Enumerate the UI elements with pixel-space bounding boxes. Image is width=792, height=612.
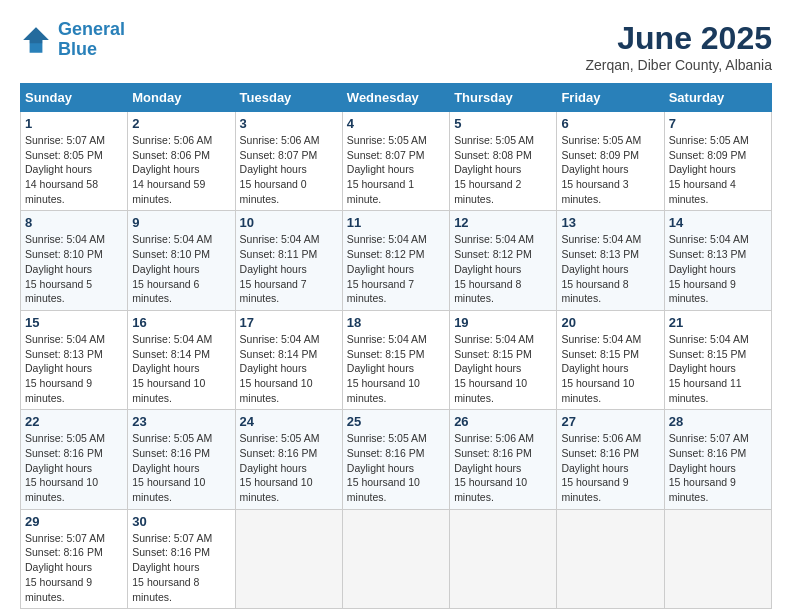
day-number: 26 <box>454 414 552 429</box>
title-area: June 2025 Zerqan, Diber County, Albania <box>585 20 772 73</box>
day-detail: Sunrise: 5:06 AMSunset: 8:16 PMDaylight … <box>454 431 552 504</box>
logo: General Blue <box>20 20 125 60</box>
calendar-cell: 20Sunrise: 5:04 AMSunset: 8:15 PMDayligh… <box>557 310 664 409</box>
day-number: 13 <box>561 215 659 230</box>
day-detail: Sunrise: 5:07 AMSunset: 8:16 PMDaylight … <box>25 531 123 604</box>
calendar-cell: 12Sunrise: 5:04 AMSunset: 8:12 PMDayligh… <box>450 211 557 310</box>
day-number: 11 <box>347 215 445 230</box>
header-day: Wednesday <box>342 84 449 112</box>
calendar-cell: 18Sunrise: 5:04 AMSunset: 8:15 PMDayligh… <box>342 310 449 409</box>
calendar-cell: 1Sunrise: 5:07 AMSunset: 8:05 PMDaylight… <box>21 112 128 211</box>
day-number: 14 <box>669 215 767 230</box>
calendar-cell: 8Sunrise: 5:04 AMSunset: 8:10 PMDaylight… <box>21 211 128 310</box>
day-number: 10 <box>240 215 338 230</box>
page-title: June 2025 <box>585 20 772 57</box>
calendar-cell: 22Sunrise: 5:05 AMSunset: 8:16 PMDayligh… <box>21 410 128 509</box>
calendar-cell <box>557 509 664 608</box>
day-number: 2 <box>132 116 230 131</box>
page-header: General Blue June 2025 Zerqan, Diber Cou… <box>20 20 772 73</box>
day-number: 29 <box>25 514 123 529</box>
calendar-cell: 30Sunrise: 5:07 AMSunset: 8:16 PMDayligh… <box>128 509 235 608</box>
day-number: 15 <box>25 315 123 330</box>
day-number: 8 <box>25 215 123 230</box>
day-number: 28 <box>669 414 767 429</box>
day-number: 27 <box>561 414 659 429</box>
calendar-cell <box>664 509 771 608</box>
day-detail: Sunrise: 5:05 AMSunset: 8:16 PMDaylight … <box>132 431 230 504</box>
calendar-cell: 16Sunrise: 5:04 AMSunset: 8:14 PMDayligh… <box>128 310 235 409</box>
logo-icon <box>20 24 52 56</box>
day-number: 24 <box>240 414 338 429</box>
calendar-cell: 27Sunrise: 5:06 AMSunset: 8:16 PMDayligh… <box>557 410 664 509</box>
day-detail: Sunrise: 5:07 AMSunset: 8:16 PMDaylight … <box>669 431 767 504</box>
calendar-cell: 15Sunrise: 5:04 AMSunset: 8:13 PMDayligh… <box>21 310 128 409</box>
calendar-cell: 28Sunrise: 5:07 AMSunset: 8:16 PMDayligh… <box>664 410 771 509</box>
calendar-week-row: 15Sunrise: 5:04 AMSunset: 8:13 PMDayligh… <box>21 310 772 409</box>
day-number: 25 <box>347 414 445 429</box>
calendar-cell <box>235 509 342 608</box>
day-number: 19 <box>454 315 552 330</box>
logo-text: General Blue <box>58 20 125 60</box>
day-detail: Sunrise: 5:04 AMSunset: 8:15 PMDaylight … <box>454 332 552 405</box>
calendar-cell: 3Sunrise: 5:06 AMSunset: 8:07 PMDaylight… <box>235 112 342 211</box>
header-day: Thursday <box>450 84 557 112</box>
day-number: 7 <box>669 116 767 131</box>
day-detail: Sunrise: 5:05 AMSunset: 8:16 PMDaylight … <box>347 431 445 504</box>
day-number: 3 <box>240 116 338 131</box>
calendar-header: SundayMondayTuesdayWednesdayThursdayFrid… <box>21 84 772 112</box>
day-detail: Sunrise: 5:05 AMSunset: 8:16 PMDaylight … <box>240 431 338 504</box>
calendar-cell: 25Sunrise: 5:05 AMSunset: 8:16 PMDayligh… <box>342 410 449 509</box>
calendar-cell: 4Sunrise: 5:05 AMSunset: 8:07 PMDaylight… <box>342 112 449 211</box>
day-detail: Sunrise: 5:04 AMSunset: 8:13 PMDaylight … <box>561 232 659 305</box>
calendar-week-row: 8Sunrise: 5:04 AMSunset: 8:10 PMDaylight… <box>21 211 772 310</box>
header-day: Monday <box>128 84 235 112</box>
day-detail: Sunrise: 5:04 AMSunset: 8:12 PMDaylight … <box>347 232 445 305</box>
calendar-cell: 24Sunrise: 5:05 AMSunset: 8:16 PMDayligh… <box>235 410 342 509</box>
day-detail: Sunrise: 5:06 AMSunset: 8:07 PMDaylight … <box>240 133 338 206</box>
day-number: 30 <box>132 514 230 529</box>
calendar-cell: 10Sunrise: 5:04 AMSunset: 8:11 PMDayligh… <box>235 211 342 310</box>
day-detail: Sunrise: 5:04 AMSunset: 8:15 PMDaylight … <box>669 332 767 405</box>
calendar-cell <box>450 509 557 608</box>
day-detail: Sunrise: 5:05 AMSunset: 8:09 PMDaylight … <box>561 133 659 206</box>
day-detail: Sunrise: 5:06 AMSunset: 8:16 PMDaylight … <box>561 431 659 504</box>
calendar-body: 1Sunrise: 5:07 AMSunset: 8:05 PMDaylight… <box>21 112 772 609</box>
calendar-cell: 29Sunrise: 5:07 AMSunset: 8:16 PMDayligh… <box>21 509 128 608</box>
day-number: 22 <box>25 414 123 429</box>
day-detail: Sunrise: 5:05 AMSunset: 8:16 PMDaylight … <box>25 431 123 504</box>
day-detail: Sunrise: 5:04 AMSunset: 8:11 PMDaylight … <box>240 232 338 305</box>
calendar-cell: 7Sunrise: 5:05 AMSunset: 8:09 PMDaylight… <box>664 112 771 211</box>
day-detail: Sunrise: 5:06 AMSunset: 8:06 PMDaylight … <box>132 133 230 206</box>
calendar-cell: 17Sunrise: 5:04 AMSunset: 8:14 PMDayligh… <box>235 310 342 409</box>
day-detail: Sunrise: 5:07 AMSunset: 8:05 PMDaylight … <box>25 133 123 206</box>
day-detail: Sunrise: 5:04 AMSunset: 8:14 PMDaylight … <box>132 332 230 405</box>
header-day: Sunday <box>21 84 128 112</box>
calendar-cell: 5Sunrise: 5:05 AMSunset: 8:08 PMDaylight… <box>450 112 557 211</box>
header-day: Friday <box>557 84 664 112</box>
day-number: 18 <box>347 315 445 330</box>
calendar-cell: 21Sunrise: 5:04 AMSunset: 8:15 PMDayligh… <box>664 310 771 409</box>
calendar-week-row: 22Sunrise: 5:05 AMSunset: 8:16 PMDayligh… <box>21 410 772 509</box>
day-number: 1 <box>25 116 123 131</box>
day-number: 20 <box>561 315 659 330</box>
calendar-cell: 2Sunrise: 5:06 AMSunset: 8:06 PMDaylight… <box>128 112 235 211</box>
calendar-cell <box>342 509 449 608</box>
calendar-cell: 6Sunrise: 5:05 AMSunset: 8:09 PMDaylight… <box>557 112 664 211</box>
day-detail: Sunrise: 5:05 AMSunset: 8:08 PMDaylight … <box>454 133 552 206</box>
header-day: Saturday <box>664 84 771 112</box>
day-detail: Sunrise: 5:04 AMSunset: 8:13 PMDaylight … <box>669 232 767 305</box>
day-detail: Sunrise: 5:04 AMSunset: 8:10 PMDaylight … <box>25 232 123 305</box>
day-number: 21 <box>669 315 767 330</box>
day-detail: Sunrise: 5:05 AMSunset: 8:09 PMDaylight … <box>669 133 767 206</box>
day-number: 9 <box>132 215 230 230</box>
calendar-cell: 14Sunrise: 5:04 AMSunset: 8:13 PMDayligh… <box>664 211 771 310</box>
calendar-cell: 13Sunrise: 5:04 AMSunset: 8:13 PMDayligh… <box>557 211 664 310</box>
day-number: 17 <box>240 315 338 330</box>
day-number: 5 <box>454 116 552 131</box>
day-detail: Sunrise: 5:04 AMSunset: 8:14 PMDaylight … <box>240 332 338 405</box>
page-subtitle: Zerqan, Diber County, Albania <box>585 57 772 73</box>
calendar-cell: 11Sunrise: 5:04 AMSunset: 8:12 PMDayligh… <box>342 211 449 310</box>
calendar-cell: 23Sunrise: 5:05 AMSunset: 8:16 PMDayligh… <box>128 410 235 509</box>
calendar-cell: 9Sunrise: 5:04 AMSunset: 8:10 PMDaylight… <box>128 211 235 310</box>
day-number: 23 <box>132 414 230 429</box>
